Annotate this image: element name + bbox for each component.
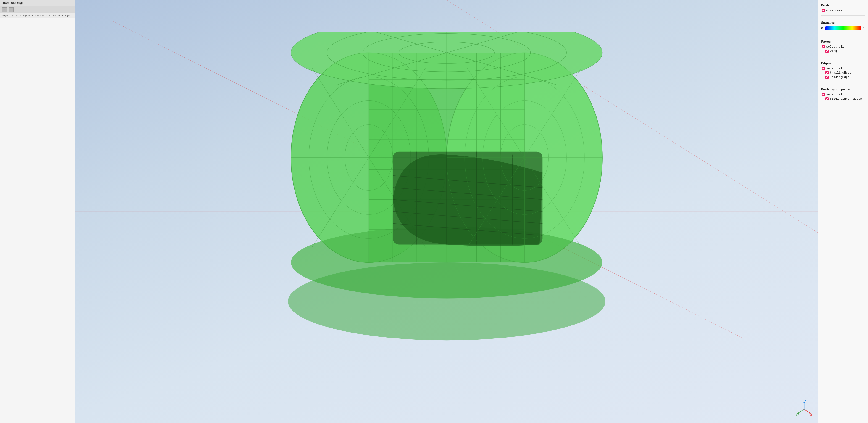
spacing-min: 0	[821, 27, 824, 30]
meshing-sliding-checkbox[interactable]	[825, 97, 829, 100]
axes-widget: Z X Y	[795, 400, 813, 418]
faces-wing-checkbox[interactable]	[825, 50, 829, 53]
edges-select-all-label: select all	[826, 67, 844, 70]
faces-select-all-checkbox[interactable]	[822, 45, 825, 49]
faces-wing-label: wing	[830, 49, 837, 53]
edges-trailing-checkbox[interactable]	[825, 71, 829, 74]
spacing-section-title: Spacing	[821, 21, 865, 25]
faces-section-title: Faces	[821, 40, 865, 43]
svg-text:Y: Y	[796, 414, 797, 416]
meshing-sliding-row: slidingInterfaces0	[825, 97, 865, 100]
wireframe-row: wireframe	[822, 9, 865, 12]
divider-1	[821, 15, 865, 16]
faces-select-all-label: select all	[826, 45, 844, 49]
edges-select-all-row: select all	[822, 67, 865, 70]
right-panel: Mesh wireframe Spacing 0 1 Faces select …	[818, 0, 868, 423]
breadcrumb: object ► slidingInterfaces ► 0 ► enclose…	[0, 13, 75, 18]
svg-text:X: X	[810, 414, 812, 416]
mesh-section-title: Mesh	[821, 4, 865, 7]
wireframe-label: wireframe	[826, 9, 842, 12]
svg-point-52	[288, 263, 606, 340]
spacing-row: 0 1	[821, 27, 865, 30]
breadcrumb-text: object ► slidingInterfaces ► 0 ► enclose…	[2, 14, 75, 17]
json-config-header: JSON Config:	[0, 0, 75, 6]
edges-select-all-checkbox[interactable]	[822, 67, 825, 70]
divider-3	[821, 56, 865, 56]
meshing-select-all-checkbox[interactable]	[822, 93, 825, 96]
svg-point-62	[803, 409, 805, 410]
edges-trailing-label: trailingEdge	[830, 71, 851, 74]
faces-select-all-row: select all	[822, 45, 865, 49]
3d-shape-container	[75, 0, 818, 423]
divider-4	[821, 82, 865, 82]
collapse-button[interactable]: −	[2, 7, 7, 12]
svg-text:Z: Z	[805, 400, 806, 403]
meshing-select-all-row: select all	[822, 93, 865, 96]
viewport: Z X Y	[75, 0, 818, 423]
faces-wing-row: wing	[825, 49, 865, 53]
meshing-objects-section-title: Meshing objects	[821, 88, 865, 91]
spacing-gradient[interactable]	[825, 27, 861, 30]
json-tree	[0, 18, 75, 423]
edges-trailing-row: trailingEdge	[825, 71, 865, 74]
edges-leading-row: leadingEdge	[825, 75, 865, 79]
meshing-select-all-label: select all	[826, 93, 844, 96]
meshing-sliding-label: slidingInterfaces0	[830, 97, 862, 100]
header-label: JSON Config:	[2, 1, 24, 5]
left-toolbar: − +	[0, 6, 75, 13]
edges-leading-label: leadingEdge	[830, 75, 849, 79]
edges-leading-checkbox[interactable]	[825, 75, 829, 79]
cylinder-svg	[168, 32, 725, 391]
expand-button[interactable]: +	[9, 7, 14, 12]
spacing-max: 1	[863, 27, 865, 30]
svg-line-59	[798, 409, 804, 414]
left-panel: JSON Config: − + object ► slidingInterfa…	[0, 0, 75, 423]
wireframe-checkbox[interactable]	[822, 9, 825, 12]
edges-section-title: Edges	[821, 62, 865, 65]
axes-svg: Z X Y	[795, 400, 813, 418]
